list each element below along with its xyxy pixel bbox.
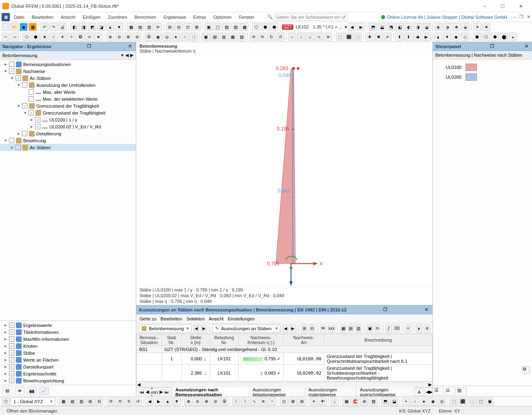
option-item[interactable]: ▸Ergebniswerte bbox=[0, 322, 136, 329]
tree-item[interactable]: ▸Bemessungssituationen bbox=[0, 61, 136, 68]
tb-btn[interactable]: ⬒ bbox=[369, 23, 377, 31]
menu-optionen[interactable]: Optionen bbox=[210, 14, 235, 20]
expand-icon[interactable]: ▸ bbox=[29, 117, 34, 122]
option-item[interactable]: ▸Bewehrungsrichtung bbox=[0, 377, 136, 384]
tb-btn[interactable]: ☆ bbox=[49, 33, 58, 41]
tb-btn[interactable]: ▦ bbox=[127, 23, 135, 31]
tb-btn[interactable]: ⤻ bbox=[11, 33, 19, 41]
tb-btn[interactable]: ✦ bbox=[58, 33, 66, 41]
tb-btn[interactable]: ↻ bbox=[125, 397, 133, 406]
tb-btn[interactable]: ▦ bbox=[342, 397, 350, 406]
tb-btn[interactable]: ▧ bbox=[369, 397, 377, 406]
tb-btn[interactable]: ▧ bbox=[222, 23, 231, 31]
tb-btn[interactable]: ⬚ bbox=[336, 33, 344, 41]
menu-einfuegen[interactable]: Einfügen bbox=[80, 14, 104, 20]
tree-checkbox[interactable] bbox=[29, 110, 34, 115]
tree-item[interactable]: Max. aller Werte bbox=[0, 88, 136, 95]
col-header[interactable]: Stelle x [m] bbox=[182, 334, 210, 346]
tb-btn[interactable]: ⊞ bbox=[301, 324, 308, 333]
tb-btn[interactable]: xxx bbox=[328, 324, 335, 333]
tree-checkbox[interactable] bbox=[22, 103, 27, 108]
print-icon[interactable]: 🖨 bbox=[58, 23, 66, 31]
tb-btn[interactable]: ⊞ bbox=[86, 397, 94, 406]
menu-fenster[interactable]: Fenster bbox=[236, 14, 257, 20]
expand-icon[interactable]: ▾ bbox=[23, 110, 28, 115]
tb-btn[interactable]: ✚ bbox=[366, 33, 374, 41]
tree-item[interactable]: ▸An Stäben bbox=[0, 144, 136, 151]
tb-btn[interactable]: ⊡ bbox=[280, 397, 288, 406]
tb-btn[interactable]: ⟂ bbox=[330, 397, 339, 406]
option-checkbox[interactable] bbox=[9, 343, 14, 349]
panel-options-icon[interactable]: ⚙ bbox=[522, 366, 530, 373]
panel-close-icon[interactable]: ✕ bbox=[523, 44, 530, 49]
results-menu-einstellungen[interactable]: Einstellungen bbox=[228, 316, 255, 321]
tb-btn[interactable]: ⊕ bbox=[184, 397, 193, 406]
tb-btn[interactable]: ⬙ bbox=[461, 23, 470, 31]
col-header[interactable]: Nachweis- Art bbox=[284, 334, 324, 346]
undo-icon[interactable]: ↶ bbox=[40, 23, 49, 31]
tb-btn[interactable]: ⟲ bbox=[116, 397, 124, 406]
tb-btn[interactable]: ⟐ bbox=[288, 33, 296, 41]
tb-btn[interactable]: ⬤ bbox=[500, 33, 508, 41]
tb-btn[interactable]: ▦ bbox=[59, 397, 67, 406]
menu-ergebnisse[interactable]: Ergebnisse bbox=[160, 14, 189, 20]
option-item[interactable]: ▸Ergebnisschnitte bbox=[0, 370, 136, 377]
expand-icon[interactable]: ▸ bbox=[3, 371, 8, 376]
tb-btn[interactable]: ↺ bbox=[276, 33, 284, 41]
expand-icon[interactable]: ▸ bbox=[10, 145, 15, 150]
panel-undock-icon[interactable]: ❐ bbox=[489, 44, 495, 49]
tb-btn[interactable]: ⊕ bbox=[106, 33, 114, 41]
tree-item[interactable]: ▾Ausnutzung der Umhüllenden bbox=[0, 82, 136, 88]
tree-item[interactable]: ▾An Stäben bbox=[0, 75, 136, 82]
tb-btn[interactable]: ◪ bbox=[97, 23, 105, 31]
tb-btn[interactable]: ⟑ bbox=[297, 33, 305, 41]
legend-filter-icon[interactable]: ▥ bbox=[457, 387, 467, 395]
tb-btn[interactable]: ▧ bbox=[237, 33, 246, 41]
menu-bearbeiten[interactable]: Bearbeiten bbox=[29, 14, 57, 20]
app-menu-icon[interactable]: ▦ bbox=[2, 13, 10, 21]
panel-close-icon[interactable]: ✕ bbox=[127, 44, 133, 49]
panel-close-icon[interactable]: ✕ bbox=[423, 307, 430, 312]
tb-btn[interactable]: ⬜ bbox=[354, 33, 362, 41]
tabs-scroll-left-icon[interactable]: ◀ bbox=[426, 389, 429, 395]
menu-zuordnen[interactable]: Zuordnen bbox=[104, 14, 130, 20]
tb-btn[interactable]: • bbox=[402, 397, 410, 406]
tb-btn[interactable]: ⏸ bbox=[424, 324, 430, 333]
tb-btn[interactable]: ◀ bbox=[146, 397, 154, 406]
tb-btn[interactable]: ≋ bbox=[259, 397, 267, 406]
tb-btn[interactable]: ▣ bbox=[485, 397, 494, 406]
tb-btn[interactable]: ▨ bbox=[231, 23, 239, 31]
tab-querschnittsweise[interactable]: Ausnutzungen querschnittsweise bbox=[356, 386, 415, 397]
tab-extra[interactable]: A bbox=[414, 389, 424, 396]
redo-icon[interactable]: ↷ bbox=[49, 23, 58, 31]
tb-btn[interactable]: ⊘ bbox=[133, 33, 141, 41]
tb-btn[interactable]: ● bbox=[172, 33, 180, 41]
option-checkbox[interactable] bbox=[9, 329, 14, 335]
tb-btn[interactable]: ~ bbox=[268, 397, 276, 406]
expand-icon[interactable]: ▾ bbox=[10, 75, 15, 81]
tb-btn[interactable]: ∿ bbox=[250, 397, 258, 406]
mdi-close-icon[interactable]: ✕ bbox=[527, 14, 530, 20]
tb-btn[interactable]: ◎ bbox=[438, 397, 446, 406]
col-header[interactable]: Stab Nr. bbox=[162, 334, 182, 346]
tb-btn[interactable]: ⬡ bbox=[252, 23, 260, 31]
last-icon[interactable]: ⏭ bbox=[164, 390, 169, 395]
tb-btn[interactable]: ▥ bbox=[355, 324, 361, 333]
expand-icon[interactable]: ▸ bbox=[3, 329, 8, 335]
tb-btn[interactable]: ✶ bbox=[473, 23, 481, 31]
option-item[interactable]: ▸Werte an Flächen bbox=[0, 356, 136, 363]
option-checkbox[interactable] bbox=[9, 364, 14, 369]
tb-btn[interactable]: ◒ bbox=[423, 23, 431, 31]
tb-btn[interactable]: ⬡ bbox=[22, 33, 31, 41]
tb-btn[interactable]: ▤ bbox=[68, 397, 76, 406]
model-viewport[interactable]: X Z 0.283 0.049 0.195 0.083 0.795 bbox=[136, 55, 432, 286]
tb-btn[interactable]: ▣ bbox=[367, 324, 373, 333]
tree-checkbox[interactable] bbox=[16, 75, 21, 81]
first-icon[interactable]: ⏮ bbox=[140, 390, 144, 395]
expand-icon[interactable]: ▸ bbox=[3, 378, 8, 383]
tb-btn[interactable]: ⤺ bbox=[2, 33, 10, 41]
option-checkbox[interactable] bbox=[9, 371, 14, 376]
tree-checkbox[interactable] bbox=[16, 145, 21, 150]
tb-btn[interactable]: 👁 bbox=[320, 324, 326, 333]
tb-btn[interactable]: ▲ bbox=[434, 33, 442, 41]
